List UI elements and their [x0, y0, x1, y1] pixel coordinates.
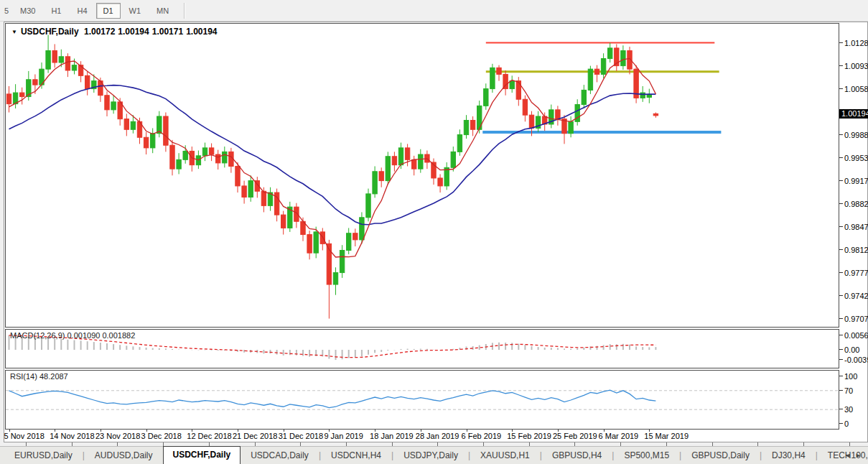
rsi-panel[interactable]: RSI(14) 48.2087	[5, 370, 839, 430]
tabs-scroll-left-icon[interactable]: ◄	[844, 452, 855, 459]
axis-minor-tick	[803, 442, 804, 446]
date-label: 15 Feb 2019	[507, 432, 551, 440]
date-label: 3 Dec 2018	[141, 432, 182, 440]
rsi-tick-label-tick	[839, 390, 843, 391]
ohlc-close: 1.00194	[186, 27, 217, 37]
date-label: 28 Jan 2019	[416, 432, 459, 440]
timeframe-toolbar: 5M30H1H4D1W1MN	[0, 0, 868, 22]
axis-minor-tick	[574, 442, 575, 446]
timeframe-button-5[interactable]: 5	[0, 3, 11, 19]
macd-tick-label: 0.005629	[844, 331, 868, 340]
price-tick-label-tick	[839, 88, 843, 89]
macd-tick-label-tick	[839, 359, 843, 360]
chart-tab-xauusd-h1[interactable]: XAUUSD,H1	[470, 447, 540, 464]
rsi-tick-label-tick	[839, 409, 843, 409]
price-tick-label: 1.01280	[844, 39, 868, 47]
macd-tick-label: 0.00	[844, 345, 859, 354]
price-tick-label: 0.99530	[844, 154, 868, 162]
date-label: 23 Nov 2018	[95, 432, 140, 440]
price-tick-label: 1.00930	[844, 62, 868, 70]
price-tick-label-tick	[839, 180, 843, 181]
axis-minor-tick	[529, 442, 530, 446]
axis-minor-tick	[163, 442, 164, 446]
price-tick-label-tick	[839, 65, 843, 66]
chart-tabs-bar: EURUSD,Daily|AUDUSD,DailyUSDCHF,DailyUSD…	[0, 446, 868, 464]
date-label: 21 Dec 2018	[233, 432, 277, 440]
macd-tick-label-tick	[839, 349, 843, 350]
chart-tab-usdcad-daily[interactable]: USDCAD,Daily	[241, 447, 319, 464]
date-label: 31 Dec 2018	[279, 432, 323, 440]
chart-tab-sp500-m15[interactable]: SP500,M15	[614, 447, 679, 464]
ohlc-high: 1.00194	[118, 27, 149, 37]
ohlc-open: 1.00172	[84, 27, 115, 37]
price-tick-label-tick	[839, 134, 843, 135]
chart-window: ▼USDCHF,Daily 1.001721.001941.001711.001…	[4, 22, 868, 442]
axis-minor-tick	[209, 442, 210, 446]
timeframe-button-D1[interactable]: D1	[96, 3, 121, 19]
chart-tab-dj30-h4[interactable]: DJ30,H4	[762, 447, 816, 464]
macd-panel[interactable]: MACD(12,26,9) 0.001090 0.001882	[5, 329, 839, 368]
price-tick-label: 0.97770	[844, 269, 868, 277]
price-chart-panel[interactable]: ▼USDCHF,Daily 1.001721.001941.001711.001…	[5, 23, 839, 328]
symbol-dropdown-icon[interactable]: ▼	[11, 29, 17, 35]
timeframe-button-H4[interactable]: H4	[70, 3, 94, 19]
date-label: 18 Jan 2019	[370, 432, 414, 440]
macd-tick-label: -0.003937	[844, 356, 868, 364]
date-label: 9 Jan 2019	[324, 432, 363, 440]
price-tick-label-tick	[839, 157, 843, 158]
chart-tab-gbpusd-h4[interactable]: GBPUSD,H4	[542, 447, 612, 464]
timeframe-button-W1[interactable]: W1	[122, 3, 149, 19]
date-label: 5 Nov 2018	[4, 432, 45, 440]
axis-minor-tick	[392, 442, 393, 446]
macd-tick-label-tick	[839, 335, 843, 335]
timeframe-button-MN[interactable]: MN	[149, 3, 176, 19]
price-tick-label: 0.99880	[844, 131, 868, 139]
candlestick-chart[interactable]	[6, 24, 839, 327]
chart-tab-usdchf-daily[interactable]: USDCHF,Daily	[163, 446, 241, 464]
price-tick-label: 0.98120	[844, 246, 868, 254]
date-label: 6 Mar 2019	[599, 432, 639, 440]
symbol-label: USDCHF,Daily	[21, 27, 79, 37]
price-tick-label: 1.00580	[844, 85, 868, 93]
rsi-tick-label-tick	[839, 423, 843, 424]
axis-minor-tick	[849, 442, 850, 446]
timeframe-button-M30[interactable]: M30	[13, 3, 42, 19]
timeframe-button-H1[interactable]: H1	[44, 3, 68, 19]
axis-minor-tick	[666, 442, 667, 446]
chart-header: ▼USDCHF,Daily 1.001721.001941.001711.001…	[11, 27, 220, 37]
rsi-label: RSI(14) 48.2087	[10, 372, 68, 381]
date-label: 6 Feb 2019	[462, 432, 502, 440]
chart-tab-usdcnh-h4[interactable]: USDCNH,H4	[321, 447, 391, 464]
price-tick-label-tick	[839, 226, 843, 227]
price-axis[interactable]: 1.012801.009301.005800.998800.995300.991…	[839, 22, 867, 429]
axis-minor-tick	[72, 442, 73, 446]
date-axis[interactable]: 5 Nov 201814 Nov 201823 Nov 20183 Dec 20…	[4, 432, 839, 442]
rsi-tick-label: 70	[844, 386, 853, 395]
price-tick-label-tick	[839, 249, 843, 250]
price-tick-label: 0.98470	[844, 223, 868, 231]
rsi-tick-label: 100	[844, 372, 857, 381]
chart-tab-gbpusd-daily[interactable]: GBPUSD,Daily	[681, 447, 760, 464]
rsi-chart[interactable]	[6, 371, 839, 429]
price-tick-label-tick	[839, 42, 843, 43]
price-tick-label-tick	[839, 203, 843, 204]
date-label: 15 Mar 2019	[644, 432, 689, 440]
rsi-tick-label: 0	[844, 419, 849, 428]
price-tick-label-tick	[839, 272, 843, 273]
chart-tab-eurusd-daily[interactable]: EURUSD,Daily	[4, 447, 83, 464]
chart-tab-usdjpy-daily[interactable]: USDJPY,Daily	[393, 447, 468, 464]
axis-minor-tick	[255, 442, 256, 446]
axis-minor-tick	[620, 442, 621, 446]
axis-minor-tick	[757, 442, 758, 446]
date-label: 12 Dec 2018	[187, 432, 231, 440]
price-tick-label: 0.97420	[844, 292, 868, 300]
ohlc-low: 1.00171	[152, 27, 183, 37]
date-label: 25 Feb 2019	[553, 432, 597, 440]
axis-minor-tick	[712, 442, 713, 446]
price-tick-label-tick	[839, 295, 843, 296]
tabs-scroll-right-icon[interactable]: ►	[855, 452, 866, 459]
axis-minor-tick	[483, 442, 484, 446]
chart-tab-audusd-daily[interactable]: AUDUSD,Daily	[85, 447, 163, 464]
chart-tabs: EURUSD,Daily|AUDUSD,DailyUSDCHF,DailyUSD…	[4, 447, 868, 464]
date-label: 14 Nov 2018	[50, 432, 94, 440]
